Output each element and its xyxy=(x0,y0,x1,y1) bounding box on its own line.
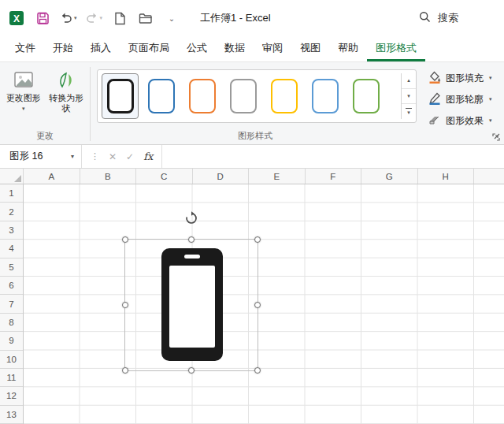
selection-handle-n[interactable] xyxy=(188,236,195,243)
shape-style-preview xyxy=(230,79,257,113)
column-header-d[interactable]: D xyxy=(193,169,250,184)
tab-home[interactable]: 开始 xyxy=(44,36,82,61)
shape-style-gallery-items xyxy=(102,73,401,119)
select-all-triangle-icon xyxy=(14,175,21,182)
tab-insert[interactable]: 插入 xyxy=(82,36,120,61)
shape-style-option-4[interactable] xyxy=(224,73,261,119)
change-graphic-button[interactable]: 更改图形 ▾ xyxy=(3,69,44,130)
row-header-9[interactable]: 9 xyxy=(0,332,23,350)
convert-to-shape-label: 转换为形状 xyxy=(46,93,87,113)
search-icon xyxy=(419,11,431,25)
tab-view[interactable]: 视图 xyxy=(291,36,329,61)
undo-button[interactable]: ▾ xyxy=(60,12,77,24)
row-header-5[interactable]: 5 xyxy=(0,258,23,277)
selection-handle-se[interactable] xyxy=(254,367,261,374)
column-header-e[interactable]: E xyxy=(249,169,306,184)
shape-style-gallery: ▴ ▾ ▾ xyxy=(97,69,417,123)
row-header-10[interactable]: 10 xyxy=(0,351,23,369)
column-header-f[interactable]: F xyxy=(306,169,362,184)
sheet-area: A B C D E F G H 1 2 3 4 5 6 7 8 9 10 11 xyxy=(0,169,504,424)
collapse-ribbon-button[interactable] xyxy=(491,132,501,142)
selection-handle-sw[interactable] xyxy=(122,367,128,374)
sheet-body: 1 2 3 4 5 6 7 8 9 10 11 12 13 xyxy=(0,184,504,424)
search-label: 搜索 xyxy=(438,11,458,25)
undo-dropdown-icon[interactable]: ▾ xyxy=(74,15,77,21)
column-header-c[interactable]: C xyxy=(136,169,193,184)
shape-effects-button[interactable]: 图形效果 ▾ xyxy=(426,112,502,129)
convert-to-shape-button[interactable]: 转换为形状 xyxy=(46,69,87,130)
tab-data[interactable]: 数据 xyxy=(216,36,254,61)
insert-function-button[interactable]: fx xyxy=(143,151,153,162)
tab-review[interactable]: 审阅 xyxy=(254,36,291,61)
formula-bar-tools: ⋮ ✕ ✓ fx xyxy=(82,145,162,168)
more-icon: ▾ xyxy=(407,110,410,115)
shape-style-option-6[interactable] xyxy=(306,73,343,119)
chevron-down-icon: ▾ xyxy=(71,153,74,160)
selection-handle-s[interactable] xyxy=(188,367,195,374)
row-header-11[interactable]: 11 xyxy=(0,369,23,387)
row-header-3[interactable]: 3 xyxy=(0,221,23,240)
shape-outline-button[interactable]: 图形轮廓 ▾ xyxy=(426,91,502,108)
drag-dots-icon[interactable]: ⋮ xyxy=(91,151,99,162)
svg-text:X: X xyxy=(13,13,20,24)
gallery-scroll-down-button[interactable]: ▾ xyxy=(402,89,416,105)
tab-graphics-format[interactable]: 图形格式 xyxy=(367,36,425,61)
title-bar: X ▾ ▾ ⌄ 工作簿1 - Excel 搜索 xyxy=(0,0,504,36)
select-all-button[interactable] xyxy=(0,169,24,184)
shape-style-preview xyxy=(353,79,380,113)
tab-help[interactable]: 帮助 xyxy=(329,36,367,61)
open-folder-button[interactable] xyxy=(137,9,154,27)
scroll-up-icon: ▴ xyxy=(407,77,410,84)
save-button[interactable] xyxy=(34,9,51,27)
tab-page-layout[interactable]: 页面布局 xyxy=(120,36,178,61)
row-header-1[interactable]: 1 xyxy=(0,184,23,203)
shape-style-preview xyxy=(189,79,216,113)
shape-style-option-7[interactable] xyxy=(347,73,384,119)
row-header-12[interactable]: 12 xyxy=(0,387,23,405)
tab-file[interactable]: 文件 xyxy=(6,36,44,61)
more-bar xyxy=(406,108,412,109)
column-header-g[interactable]: G xyxy=(361,169,418,184)
rotate-handle[interactable] xyxy=(184,211,198,225)
column-header-a[interactable]: A xyxy=(24,169,80,184)
enter-icon[interactable]: ✓ xyxy=(126,151,134,162)
column-header-h[interactable]: H xyxy=(418,169,475,184)
gallery-scroll-up-button[interactable]: ▴ xyxy=(402,73,416,89)
qat-customize-button[interactable]: ⌄ xyxy=(163,9,180,27)
name-box[interactable]: 图形 16 ▾ xyxy=(0,145,82,168)
shape-effects-label: 图形效果 xyxy=(446,114,484,128)
shape-style-option-5[interactable] xyxy=(265,73,302,119)
new-document-button[interactable] xyxy=(111,9,128,27)
chevron-down-icon: ▾ xyxy=(489,75,492,81)
selection-handle-w[interactable] xyxy=(122,302,128,308)
cell-grid[interactable] xyxy=(24,184,504,424)
row-header-7[interactable]: 7 xyxy=(0,295,23,313)
shape-style-option-1[interactable] xyxy=(102,73,139,119)
shape-outline-icon xyxy=(428,92,441,107)
ribbon-tab-bar: 文件 开始 插入 页面布局 公式 数据 审阅 视图 帮助 图形格式 xyxy=(0,36,504,61)
row-header-8[interactable]: 8 xyxy=(0,314,23,332)
column-header-b[interactable]: B xyxy=(80,169,137,184)
tab-formulas[interactable]: 公式 xyxy=(178,36,216,61)
column-headers: A B C D E F G H xyxy=(0,169,504,184)
document-title: 工作簿1 - Excel xyxy=(200,11,271,25)
redo-dropdown-icon: ▾ xyxy=(100,15,103,21)
row-header-4[interactable]: 4 xyxy=(0,240,23,258)
gallery-more-button[interactable]: ▾ xyxy=(402,104,416,119)
search-box[interactable]: 搜索 xyxy=(419,11,458,25)
shape-style-option-2[interactable] xyxy=(143,73,180,119)
row-header-2[interactable]: 2 xyxy=(0,203,23,221)
shape-style-option-3[interactable] xyxy=(183,73,220,119)
selection-handle-e[interactable] xyxy=(254,302,261,308)
excel-logo-icon: X xyxy=(8,9,25,27)
shape-fill-button[interactable]: 图形填充 ▾ xyxy=(426,69,502,87)
selection-handle-ne[interactable] xyxy=(254,236,261,243)
formula-input[interactable] xyxy=(162,145,504,168)
shape-fill-label: 图形填充 xyxy=(446,72,484,85)
cancel-icon[interactable]: ✕ xyxy=(109,151,117,162)
shape-selection-box[interactable] xyxy=(124,239,258,371)
column-header-spare xyxy=(474,169,504,184)
row-header-6[interactable]: 6 xyxy=(0,277,23,295)
selection-handle-nw[interactable] xyxy=(122,236,128,243)
row-header-13[interactable]: 13 xyxy=(0,406,23,424)
